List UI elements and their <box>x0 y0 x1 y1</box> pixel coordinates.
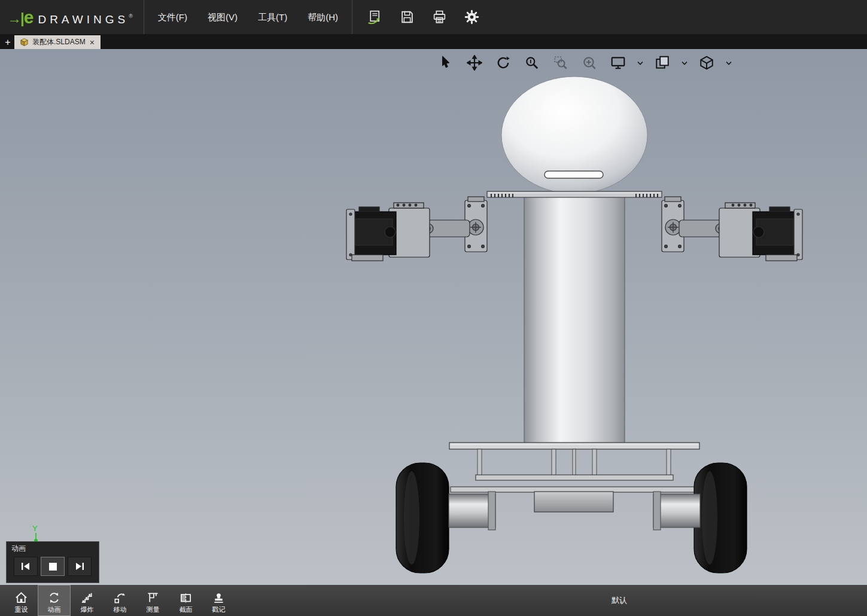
options-button[interactable] <box>463 8 482 27</box>
display-style-button[interactable] <box>608 53 628 73</box>
animation-icon <box>47 591 61 605</box>
markup-sheets-icon <box>655 55 670 71</box>
options-gear-icon <box>464 9 480 25</box>
viewport[interactable]: Y <box>0 49 867 585</box>
display-style-icon <box>610 55 626 71</box>
y-axis-label: Y <box>32 524 38 533</box>
move-component-icon <box>113 591 127 605</box>
view-orientation-cube-icon <box>699 55 714 71</box>
zoom-button[interactable] <box>522 53 542 73</box>
open-button[interactable] <box>366 8 385 27</box>
brand-name: DRAWINGS <box>38 13 129 26</box>
select-button[interactable] <box>436 53 456 73</box>
move-component-button[interactable]: 移动 <box>104 585 136 616</box>
logo-e-icon: e <box>24 7 34 28</box>
stop-icon <box>49 563 57 571</box>
print-icon <box>432 10 447 25</box>
right-axle[interactable] <box>653 492 700 530</box>
right-arm-assembly[interactable] <box>662 197 802 261</box>
rotate-icon <box>495 55 511 71</box>
zoom-icon <box>524 55 540 71</box>
rotate-button[interactable] <box>493 53 513 73</box>
home-icon <box>14 591 28 605</box>
left-wheel-sheen <box>404 471 419 565</box>
menu-file[interactable]: 文件(F) <box>148 0 197 34</box>
right-wheel-sheen <box>702 471 717 565</box>
document-tab[interactable]: 装配体.SLDASM × <box>14 35 101 49</box>
open-icon <box>367 10 383 25</box>
configuration-status: 默认 <box>612 595 627 606</box>
main-menus: 文件(F) 视图(V) 工具(T) 帮助(H) <box>144 0 352 34</box>
assembly-cube-icon <box>20 38 29 47</box>
torso-cylinder[interactable] <box>524 194 625 444</box>
stamp-button[interactable]: 戳记 <box>202 585 235 616</box>
section-button[interactable]: 截面 <box>169 585 202 616</box>
left-arm-assembly[interactable] <box>346 197 487 261</box>
chevron-down-icon <box>637 61 643 65</box>
zoom-fit-icon <box>582 55 597 71</box>
pan-button[interactable] <box>464 53 485 73</box>
animation-panel-title: 动画 <box>7 542 99 555</box>
animation-controls <box>7 555 99 576</box>
logo-arrow-icon: →| <box>7 10 23 27</box>
registered-mark: ® <box>129 13 133 19</box>
tab-label: 装配体.SLDASM <box>32 37 86 47</box>
select-cursor-icon <box>438 55 454 71</box>
bottom-toolbar: 重设 动画 爆炸 <box>0 585 867 616</box>
head-slot <box>544 171 603 178</box>
view-toolbar <box>436 53 732 73</box>
explode-icon <box>80 591 94 605</box>
shoulder-plate[interactable] <box>487 191 662 197</box>
chevron-down-icon <box>682 61 687 65</box>
stamp-icon <box>212 591 226 605</box>
save-icon <box>400 10 415 25</box>
zoom-area-button[interactable] <box>550 53 571 73</box>
animation-panel: 动画 <box>6 541 99 583</box>
document-tabbar: + 装配体.SLDASM × <box>0 34 867 49</box>
menu-view[interactable]: 视图(V) <box>197 0 248 34</box>
previous-frame-button[interactable] <box>14 557 38 576</box>
model-canvas[interactable]: Y <box>0 49 867 585</box>
center-gearbox[interactable] <box>534 492 613 512</box>
display-style-dropdown[interactable] <box>637 53 644 73</box>
edrawings-window: →| e DRAWINGS ® 文件(F) 视图(V) 工具(T) 帮助(H) <box>0 0 867 616</box>
chevron-down-icon <box>726 61 732 65</box>
view-orientation-dropdown[interactable] <box>725 53 732 73</box>
view-orientation-button[interactable] <box>696 53 717 73</box>
new-tab-button[interactable]: + <box>2 38 13 47</box>
explode-button[interactable]: 爆炸 <box>71 585 104 616</box>
save-button[interactable] <box>398 8 417 27</box>
stop-button[interactable] <box>41 557 65 576</box>
animation-button[interactable]: 动画 <box>38 585 71 616</box>
zoom-area-icon <box>553 55 568 71</box>
measure-icon <box>146 591 160 605</box>
chassis-assembly[interactable] <box>449 443 699 492</box>
menu-help[interactable]: 帮助(H) <box>297 0 348 34</box>
top-menubar: →| e DRAWINGS ® 文件(F) 视图(V) 工具(T) 帮助(H) <box>0 0 867 34</box>
zoom-fit-button[interactable] <box>579 53 600 73</box>
reset-button[interactable]: 重设 <box>5 585 38 616</box>
markup-dropdown[interactable] <box>681 53 688 73</box>
edrawings-logo: →| e DRAWINGS ® <box>0 7 144 28</box>
section-icon <box>179 591 193 605</box>
quick-toolbar <box>352 8 482 27</box>
previous-frame-icon <box>20 562 32 571</box>
menu-tools[interactable]: 工具(T) <box>248 0 297 34</box>
origin-triad: Y <box>32 524 38 542</box>
next-frame-icon <box>74 562 86 571</box>
markup-button[interactable] <box>652 53 673 73</box>
left-axle[interactable] <box>449 492 495 530</box>
measure-button[interactable]: 测量 <box>136 585 169 616</box>
next-frame-button[interactable] <box>68 557 92 576</box>
pan-icon <box>467 55 482 71</box>
tab-close-button[interactable]: × <box>89 39 95 46</box>
robot-head-sphere[interactable] <box>501 77 647 194</box>
print-button[interactable] <box>430 8 449 27</box>
